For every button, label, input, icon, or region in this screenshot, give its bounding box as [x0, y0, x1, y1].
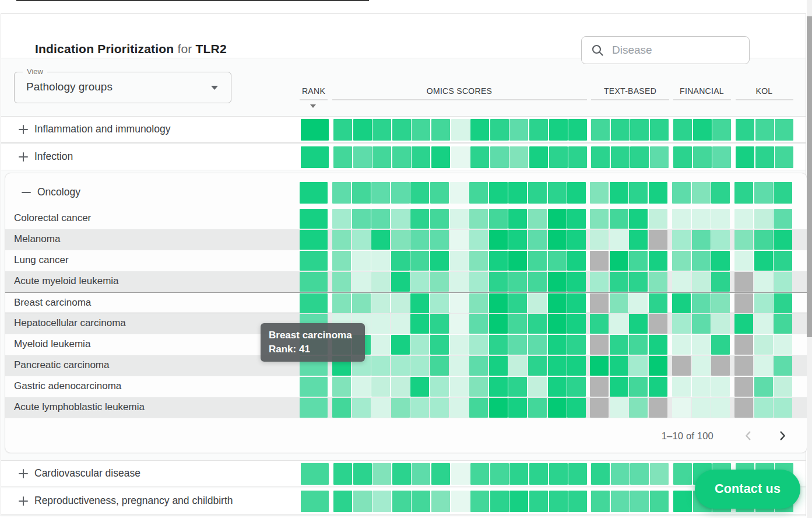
heatmap-cell[interactable] [590, 209, 609, 229]
heatmap-cell[interactable] [673, 463, 692, 485]
heatmap-cell[interactable] [300, 230, 328, 250]
heatmap-cell[interactable] [610, 251, 628, 271]
heatmap-cell[interactable] [528, 398, 547, 418]
heatmap-cell[interactable] [450, 377, 469, 397]
heatmap-cell[interactable] [509, 491, 528, 512]
heatmap-cell[interactable] [611, 463, 630, 485]
heatmap-cell[interactable] [567, 251, 586, 271]
heatmap-cell[interactable] [754, 251, 773, 271]
heatmap-cell[interactable] [508, 272, 527, 292]
heatmap-cell[interactable] [333, 463, 352, 485]
heatmap-cell[interactable] [430, 377, 449, 397]
heatmap-cell[interactable] [774, 182, 792, 204]
heatmap-cell[interactable] [450, 335, 469, 355]
heatmap-cell[interactable] [489, 251, 508, 271]
heatmap-cell[interactable] [629, 356, 648, 376]
heatmap-cell[interactable] [649, 377, 667, 397]
heatmap-cell[interactable] [591, 491, 610, 512]
heatmap-cell[interactable] [412, 491, 430, 512]
heatmap-cell[interactable] [469, 314, 488, 334]
heatmap-cell[interactable] [629, 209, 648, 229]
heatmap-cell[interactable] [734, 251, 753, 271]
heatmap-cell[interactable] [410, 335, 429, 355]
heatmap-cell[interactable] [300, 293, 328, 313]
heatmap-cell[interactable] [692, 398, 711, 418]
indication-row[interactable]: Acute myeloid leukemia [5, 271, 807, 292]
heatmap-cell[interactable] [412, 146, 430, 168]
heatmap-cell[interactable] [450, 182, 469, 204]
heatmap-cell[interactable] [673, 146, 692, 168]
heatmap-cell[interactable] [548, 209, 567, 229]
expand-plus-icon[interactable] [19, 469, 28, 478]
heatmap-cell[interactable] [352, 398, 371, 418]
heatmap-cell[interactable] [567, 377, 586, 397]
heatmap-cell[interactable] [450, 293, 469, 313]
heatmap-cell[interactable] [430, 230, 449, 250]
heatmap-cell[interactable] [469, 335, 488, 355]
heatmap-cell[interactable] [775, 119, 793, 141]
heatmap-cell[interactable] [332, 398, 351, 418]
heatmap-cell[interactable] [371, 293, 390, 313]
heatmap-cell[interactable] [528, 314, 547, 334]
heatmap-cell[interactable] [410, 230, 429, 250]
heatmap-cell[interactable] [391, 356, 410, 376]
heatmap-cell[interactable] [712, 119, 731, 141]
heatmap-cell[interactable] [630, 119, 649, 141]
heatmap-cell[interactable] [391, 377, 410, 397]
pathology-group-row[interactable]: Infection [1, 144, 806, 170]
heatmap-cell[interactable] [508, 398, 527, 418]
heatmap-cell[interactable] [332, 293, 351, 313]
heatmap-cell[interactable] [469, 398, 488, 418]
heatmap-cell[interactable] [371, 230, 390, 250]
heatmap-cell[interactable] [391, 230, 410, 250]
heatmap-cell[interactable] [430, 398, 449, 418]
heatmap-cell[interactable] [692, 377, 711, 397]
heatmap-cell[interactable] [649, 398, 667, 418]
heatmap-cell[interactable] [774, 335, 792, 355]
heatmap-cell[interactable] [672, 209, 691, 229]
column-header-text-based[interactable]: TEXT-BASED [604, 86, 656, 96]
heatmap-cell[interactable] [590, 377, 609, 397]
heatmap-cell[interactable] [508, 209, 527, 229]
heatmap-cell[interactable] [774, 314, 792, 334]
disease-search[interactable] [581, 36, 750, 64]
heatmap-cell[interactable] [508, 293, 527, 313]
search-input[interactable] [611, 43, 741, 57]
heatmap-cell[interactable] [590, 251, 609, 271]
heatmap-cell[interactable] [450, 356, 469, 376]
heatmap-cell[interactable] [529, 146, 548, 168]
heatmap-cell[interactable] [567, 182, 586, 204]
heatmap-cell[interactable] [300, 377, 328, 397]
heatmap-cell[interactable] [528, 209, 547, 229]
heatmap-cell[interactable] [469, 182, 488, 204]
heatmap-cell[interactable] [610, 272, 628, 292]
indication-row[interactable]: Gastric adenocarcinoma [5, 376, 807, 397]
heatmap-cell[interactable] [734, 335, 753, 355]
heatmap-cell[interactable] [549, 491, 568, 512]
heatmap-cell[interactable] [451, 119, 470, 141]
heatmap-cell[interactable] [734, 293, 753, 313]
heatmap-cell[interactable] [508, 377, 527, 397]
heatmap-cell[interactable] [672, 335, 691, 355]
heatmap-cell[interactable] [610, 182, 628, 204]
heatmap-cell[interactable] [332, 272, 351, 292]
heatmap-cell[interactable] [392, 491, 411, 512]
heatmap-cell[interactable] [610, 377, 628, 397]
heatmap-cell[interactable] [734, 314, 753, 334]
indication-row[interactable]: Colorectal cancer [5, 208, 807, 229]
expand-plus-icon[interactable] [19, 152, 28, 162]
heatmap-cell[interactable] [469, 209, 488, 229]
heatmap-cell[interactable] [391, 251, 410, 271]
heatmap-cell[interactable] [673, 119, 692, 141]
indication-row[interactable]: Melanoma [5, 229, 807, 250]
heatmap-cell[interactable] [430, 182, 449, 204]
heatmap-cell[interactable] [672, 182, 691, 204]
heatmap-cell[interactable] [372, 146, 391, 168]
heatmap-cell[interactable] [372, 119, 391, 141]
pathology-group-row-oncology[interactable]: Oncology [5, 178, 807, 206]
heatmap-cell[interactable] [692, 251, 711, 271]
heatmap-cell[interactable] [649, 356, 667, 376]
heatmap-cell[interactable] [489, 314, 508, 334]
heatmap-cell[interactable] [567, 314, 586, 334]
heatmap-cell[interactable] [410, 356, 429, 376]
